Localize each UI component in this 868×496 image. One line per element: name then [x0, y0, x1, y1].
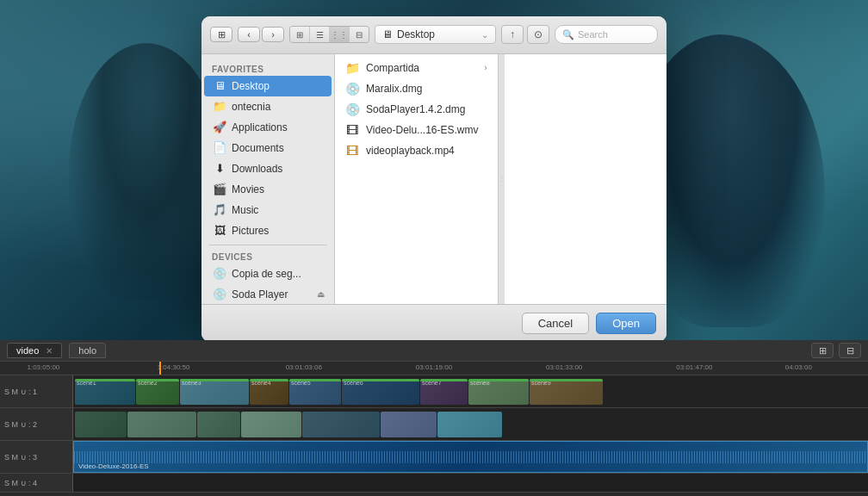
gallery-view-button[interactable]: ⊟ — [350, 27, 369, 42]
sidebar-item-desktop[interactable]: 🖥 Desktop — [204, 76, 332, 96]
icon-view-button[interactable]: ⊞ — [290, 27, 309, 42]
movies-icon: 🎬 — [213, 183, 226, 196]
clip-2[interactable]: scene2 — [136, 379, 179, 405]
sidebar-item-downloads[interactable]: ⬇ Downloads — [204, 158, 332, 179]
tag-button[interactable]: ⊙ — [527, 25, 549, 44]
search-icon: 🔍 — [562, 29, 574, 40]
detail-pane — [505, 54, 667, 304]
sidebar-item-sodaplayer[interactable]: 💿 Soda Player ⏏ — [204, 284, 332, 304]
track-4-label-text: S M ∪ : 4 — [4, 479, 37, 487]
tab-video[interactable]: video ✕ — [7, 343, 62, 358]
compartida-name: Compartida — [366, 62, 419, 74]
open-button[interactable]: Open — [596, 313, 656, 334]
file-item-compartida[interactable]: 📁 Compartida › — [335, 58, 498, 78]
forward-button[interactable]: › — [262, 27, 284, 42]
clip-3[interactable]: scene3 — [180, 379, 249, 405]
compartida-icon: 📁 — [345, 61, 359, 75]
share-button[interactable]: ↑ — [501, 25, 524, 44]
clip-t2-7[interactable] — [437, 412, 502, 437]
sidebar-item-documents[interactable]: 📄 Documents — [204, 138, 332, 158]
time-marker-1: 1:03:05:00 — [27, 363, 59, 371]
divider — [208, 245, 327, 245]
clip-t2-2[interactable] — [127, 412, 196, 437]
maralix-icon: 💿 — [345, 82, 359, 96]
tracks-container: S M ∪ : 1 scene1 scene2 scene3 — [0, 375, 868, 496]
file-item-maralix[interactable]: 💿 Maralix.dmg — [335, 78, 498, 99]
resize-handle[interactable]: ⋮ — [498, 54, 505, 304]
track-4-content[interactable] — [73, 474, 868, 492]
timeline-split-button[interactable]: ⊟ — [839, 343, 861, 358]
clip-t2-4[interactable] — [241, 412, 301, 437]
back-button[interactable]: ‹ — [238, 27, 260, 42]
sidebar-item-pictures[interactable]: 🖼 Pictures — [204, 220, 332, 241]
timeline-fit-button[interactable]: ⊞ — [811, 343, 834, 358]
sidebar-item-music[interactable]: 🎵 Music — [204, 200, 332, 220]
location-bar[interactable]: 🖥 Desktop ⌄ — [375, 25, 496, 44]
track-4-label: S M ∪ : 4 — [0, 474, 73, 492]
file-item-videoplayback[interactable]: 🎞 videoplayback.mp4 — [335, 140, 498, 161]
location-chevron-icon: ⌄ — [481, 30, 488, 40]
column-view-button[interactable]: ⋮⋮ — [330, 27, 349, 42]
clip-t2-1[interactable] — [75, 412, 127, 437]
clips-row: scene1 scene2 scene3 scene4 — [73, 375, 868, 407]
sidebar-item-movies[interactable]: 🎬 Movies — [204, 179, 332, 200]
cancel-button[interactable]: Cancel — [522, 313, 589, 334]
track-2-label: S M ∪ : 2 — [0, 408, 73, 440]
desktop-label: Desktop — [232, 80, 270, 92]
ontecnia-icon: 📁 — [213, 100, 226, 114]
movies-label: Movies — [232, 183, 264, 195]
folder-arrow-icon: › — [484, 63, 487, 72]
track-4: S M ∪ : 4 — [0, 474, 868, 493]
devices-label: Devices — [202, 249, 334, 264]
sidebar-item-ontecnia[interactable]: 📁 ontecnia — [204, 96, 332, 117]
time-marker-3: 03:01:03:06 — [286, 363, 322, 371]
clip-9[interactable]: scene9 — [530, 379, 603, 405]
track-3-label-text: S M ∪ : 3 — [4, 453, 37, 462]
clip-7[interactable]: scene7 — [420, 379, 468, 405]
pictures-label: Pictures — [232, 225, 269, 237]
resize-dots: ⋮ — [499, 175, 504, 183]
time-marker-6: 03:01:47:00 — [676, 363, 712, 371]
timeline-header: video ✕ holo ⊞ ⊟ — [0, 340, 868, 362]
picker-body: Favorites 🖥 Desktop 📁 ontecnia 🚀 Applica… — [202, 54, 666, 304]
tab-holo[interactable]: holo — [69, 343, 106, 358]
toggle-sidebar-button[interactable]: ⊞ — [210, 27, 232, 42]
track-2-content[interactable] — [73, 408, 868, 440]
clip-4[interactable]: scene4 — [250, 379, 288, 405]
pictures-icon: 🖼 — [213, 224, 226, 238]
track-2-label-text: S M ∪ : 2 — [4, 420, 37, 429]
sidebar-item-copia[interactable]: 💿 Copia de seg... — [204, 264, 332, 284]
clip-6[interactable]: scene6 — [342, 379, 419, 405]
search-placeholder: Search — [578, 29, 608, 40]
clip-t2-3[interactable] — [197, 412, 240, 437]
track-3-content[interactable]: Video-Deluxe-2016-ES — [73, 441, 868, 473]
list-view-button[interactable]: ☰ — [310, 27, 329, 42]
sidebar-item-applications[interactable]: 🚀 Applications — [204, 117, 332, 138]
clip-8[interactable]: scene8 — [468, 379, 529, 405]
documents-label: Documents — [232, 142, 284, 154]
nav-buttons: ‹ › — [238, 27, 284, 42]
file-item-sodaplayer[interactable]: 💿 SodaPlayer1.4.2.dmg — [335, 99, 498, 120]
search-box[interactable]: 🔍 Search — [555, 25, 658, 44]
eject-icon[interactable]: ⏏ — [317, 289, 325, 299]
track-1-label-text: S M ∪ : 1 — [4, 388, 37, 396]
clip-t2-6[interactable] — [381, 412, 437, 437]
tab-video-close[interactable]: ✕ — [46, 346, 53, 356]
track-1-label: S M ∪ : 1 — [0, 375, 73, 407]
track-1-content[interactable]: scene1 scene2 scene3 scene4 — [73, 375, 868, 407]
clip-t2-5[interactable] — [302, 412, 380, 437]
file-list: 📁 Compartida › 💿 Maralix.dmg 💿 SodaPlaye… — [335, 54, 498, 304]
time-marker-7: 04:03:00 — [785, 363, 812, 371]
clip-1[interactable]: scene1 — [75, 379, 135, 405]
track-3: S M ∪ : 3 Video-Deluxe-2016-ES — [0, 441, 868, 474]
ontecnia-label: ontecnia — [232, 101, 270, 113]
applications-icon: 🚀 — [213, 121, 226, 134]
music-label: Music — [232, 204, 258, 216]
sodaplayer-dmg-name: SodaPlayer1.4.2.dmg — [366, 103, 465, 115]
clip-5[interactable]: scene5 — [289, 379, 341, 405]
video-delu-icon: 🎞 — [345, 123, 359, 137]
file-item-video-delu[interactable]: 🎞 Video-Delu...16-ES.wmv — [335, 120, 498, 140]
desktop-icon: 🖥 — [213, 79, 226, 93]
picker-toolbar: ⊞ ‹ › ⊞ ☰ ⋮⋮ ⊟ 🖥 Desktop ⌄ ↑ ⊙ 🔍 — [202, 16, 666, 54]
audio-track: Video-Deluxe-2016-ES — [73, 441, 868, 473]
